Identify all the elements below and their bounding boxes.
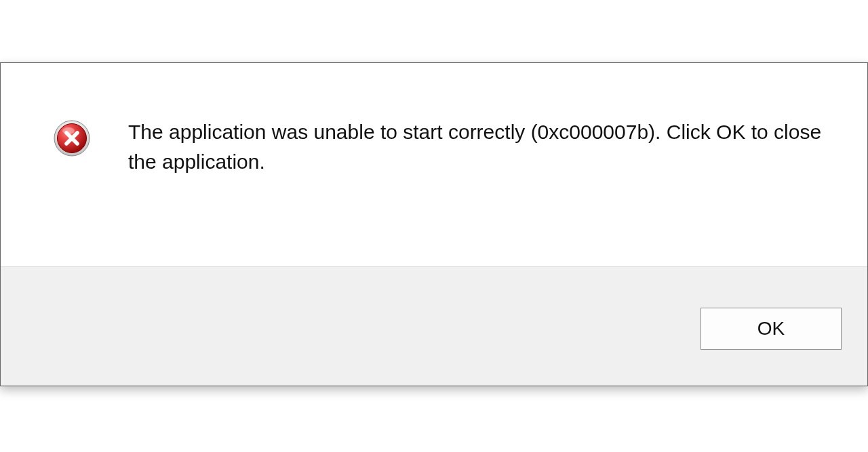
ok-button[interactable]: OK: [701, 308, 842, 350]
svg-point-4: [62, 127, 75, 134]
dialog-body: The application was unable to start corr…: [1, 63, 867, 266]
viewport: The application was unable to start corr…: [0, 0, 868, 452]
error-message: The application was unable to start corr…: [128, 117, 827, 177]
dialog-button-bar: OK: [1, 266, 867, 386]
error-dialog: The application was unable to start corr…: [0, 62, 868, 386]
error-icon: [54, 120, 90, 157]
